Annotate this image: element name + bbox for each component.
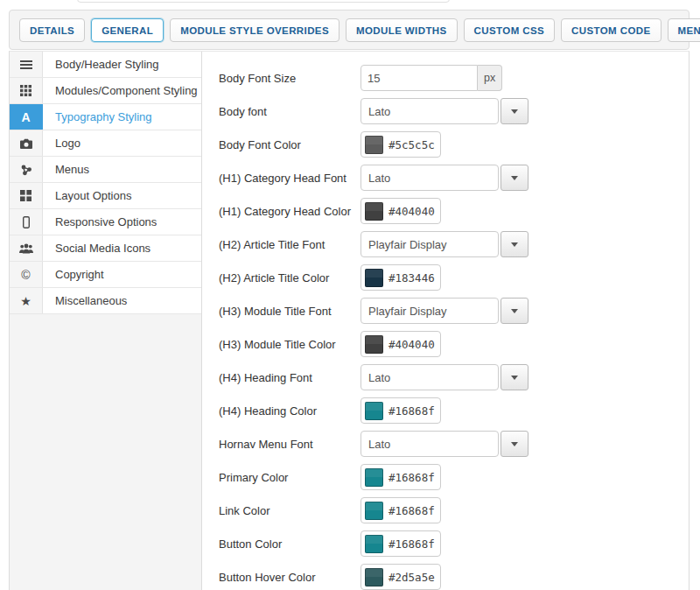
- color-swatch: [365, 468, 383, 487]
- color-swatch: [365, 502, 383, 520]
- caret-down-icon: [511, 109, 518, 114]
- sidebar-item-social-media-icons[interactable]: Social Media Icons: [10, 235, 201, 262]
- color-value: #183446: [388, 271, 435, 284]
- h3-module-title-color-input[interactable]: #404040: [360, 331, 441, 357]
- body-font-size-input[interactable]: [360, 65, 478, 91]
- button-color-input[interactable]: #16868f: [360, 530, 441, 557]
- star-icon: ★: [10, 288, 43, 313]
- typography-settings-form: Body Font Size px Body font Lato Body Fo…: [203, 52, 689, 590]
- field-label: (H3) Module Title Font: [219, 305, 360, 318]
- select-dropdown-button[interactable]: [500, 165, 528, 191]
- sidebar-item-label: Layout Options: [43, 183, 201, 208]
- h1-category-head-color-input[interactable]: #404040: [360, 198, 441, 224]
- sidebar-item-label: Modules/Component Styling: [43, 78, 201, 103]
- caret-down-icon: [511, 309, 518, 313]
- h2-article-title-color-input[interactable]: #183446: [360, 264, 441, 291]
- caret-down-icon: [511, 176, 518, 180]
- color-value: #404040: [388, 338, 435, 351]
- sidebar-item-menus[interactable]: Menus: [10, 157, 201, 183]
- color-value: #16868f: [388, 404, 435, 418]
- form-row-hornav-menu-font: Hornav Menu Font Lato: [203, 431, 689, 457]
- tab-module-widths[interactable]: MODULE WIDTHS: [346, 18, 458, 42]
- color-swatch: [365, 535, 383, 553]
- sidebar-item-responsive-options[interactable]: Responsive Options: [10, 209, 201, 235]
- sidebar-item-body-header-styling[interactable]: Body/Header Styling: [10, 52, 201, 78]
- color-value: #16868f: [388, 537, 435, 551]
- grid-2x2-icon: [10, 183, 43, 208]
- general-settings-panel: Body/Header Styling Modules/Component St…: [9, 51, 690, 590]
- form-row-link-color: Link Color #16868f: [203, 497, 689, 523]
- color-swatch: [365, 335, 383, 354]
- select-dropdown-button[interactable]: [500, 98, 528, 124]
- form-row-body-font-size: Body Font Size px: [203, 65, 689, 91]
- select-dropdown-button[interactable]: [500, 298, 528, 324]
- sidebar-item-label: Body/Header Styling: [43, 52, 201, 77]
- color-value: #16868f: [388, 471, 435, 484]
- body-font-color-input[interactable]: #5c5c5c: [360, 131, 441, 158]
- tab-general[interactable]: GENERAL: [91, 18, 164, 42]
- tab-menu-assignment[interactable]: MENU ASSIGNMENT: [668, 18, 700, 42]
- camera-icon: [10, 130, 43, 156]
- sidebar-item-typography-styling[interactable]: A Typography Styling: [10, 104, 201, 130]
- link-color-input[interactable]: #16868f: [360, 497, 441, 523]
- tab-custom-code[interactable]: CUSTOM CODE: [561, 18, 661, 42]
- form-row-h4-heading-color: (H4) Heading Color #16868f: [203, 397, 689, 424]
- form-row-h3-module-title-font: (H3) Module Title Font Playfair Display: [203, 298, 689, 324]
- select-dropdown-button[interactable]: [500, 431, 528, 457]
- grid-3x3-icon: [10, 78, 43, 103]
- settings-tabbar: DETAILS GENERAL MODULE STYLE OVERRIDES M…: [9, 10, 690, 50]
- form-row-button-hover-color: Button Hover Color #2d5a5e: [203, 564, 689, 590]
- field-label: Body font: [219, 105, 360, 118]
- color-swatch: [365, 136, 383, 154]
- sidebar-item-miscellaneous[interactable]: ★ Miscellaneous: [10, 288, 201, 314]
- letter-a-icon: A: [10, 104, 43, 130]
- field-label: Button Hover Color: [219, 571, 360, 584]
- primary-color-input[interactable]: #16868f: [360, 464, 441, 490]
- caret-down-icon: [511, 442, 518, 446]
- form-row-body-font-color: Body Font Color #5c5c5c: [203, 131, 689, 158]
- tab-details[interactable]: DETAILS: [19, 18, 85, 42]
- sidebar-item-label: Copyright: [43, 262, 201, 287]
- sidebar-item-copyright[interactable]: © Copyright: [10, 262, 201, 288]
- body-font-select[interactable]: Lato: [360, 98, 499, 124]
- field-label: Link Color: [219, 504, 360, 517]
- h4-heading-color-input[interactable]: #16868f: [360, 397, 441, 424]
- menu-bars-icon: [10, 52, 43, 77]
- sidebar-item-modules-component-styling[interactable]: Modules/Component Styling: [10, 78, 201, 104]
- color-swatch: [365, 269, 383, 287]
- sidebar-item-logo[interactable]: Logo: [10, 130, 201, 157]
- sidebar-item-label: Social Media Icons: [43, 235, 201, 261]
- field-label: (H1) Category Head Font: [219, 172, 360, 185]
- caret-down-icon: [511, 376, 518, 380]
- field-label: (H1) Category Head Color: [219, 205, 360, 218]
- form-row-h2-article-title-font: (H2) Article Title Font Playfair Display: [203, 231, 689, 257]
- field-label: Body Font Size: [219, 72, 360, 85]
- tab-custom-css[interactable]: CUSTOM CSS: [464, 18, 555, 42]
- cropped-toolbar-edge: [77, 0, 450, 3]
- hornav-menu-font-select[interactable]: Lato: [360, 431, 499, 457]
- color-swatch: [365, 402, 383, 420]
- tab-module-style-overrides[interactable]: MODULE STYLE OVERRIDES: [170, 18, 340, 42]
- select-dropdown-button[interactable]: [500, 231, 528, 257]
- px-unit-addon: px: [478, 65, 502, 91]
- settings-sidebar: Body/Header Styling Modules/Component St…: [10, 52, 202, 590]
- button-hover-color-input[interactable]: #2d5a5e: [360, 564, 441, 590]
- h1-category-head-font-select[interactable]: Lato: [360, 165, 499, 191]
- share-nodes-icon: [10, 157, 43, 182]
- color-value: #2d5a5e: [388, 571, 435, 584]
- h3-module-title-font-select[interactable]: Playfair Display: [360, 298, 499, 324]
- color-swatch: [365, 202, 383, 221]
- form-row-h2-article-title-color: (H2) Article Title Color #183446: [203, 264, 689, 291]
- h2-article-title-font-select[interactable]: Playfair Display: [360, 231, 499, 257]
- form-row-button-color: Button Color #16868f: [203, 530, 689, 557]
- form-row-body-font: Body font Lato: [203, 98, 689, 124]
- sidebar-item-label: Typography Styling: [43, 104, 201, 130]
- field-label: Hornav Menu Font: [219, 438, 360, 451]
- color-value: #5c5c5c: [388, 138, 435, 151]
- sidebar-item-layout-options[interactable]: Layout Options: [10, 183, 201, 209]
- field-label: (H3) Module Title Color: [219, 338, 360, 351]
- sidebar-item-label: Miscellaneous: [43, 288, 201, 313]
- select-dropdown-button[interactable]: [500, 364, 528, 390]
- h4-heading-font-select[interactable]: Lato: [360, 364, 499, 390]
- field-label: (H2) Article Title Font: [219, 238, 360, 251]
